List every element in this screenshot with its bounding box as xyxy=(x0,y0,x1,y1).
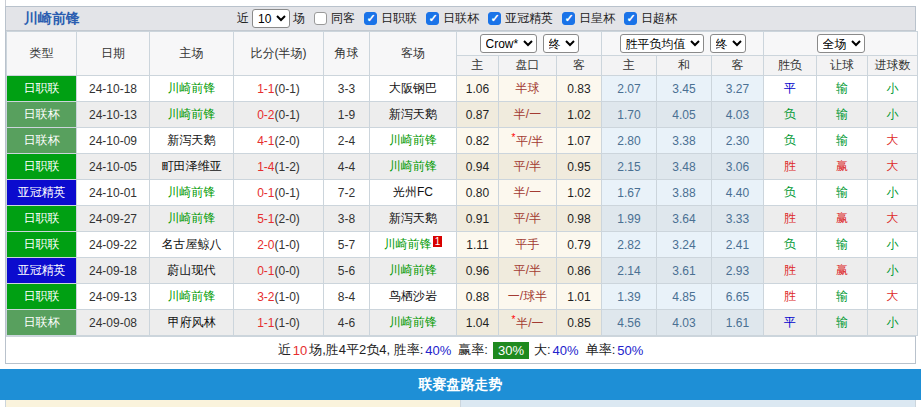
cell-score: 0-1(0-0) xyxy=(234,258,324,284)
cell-avg-home: 1.70 xyxy=(602,102,657,128)
cell-home-team: 川崎前锋 xyxy=(150,284,234,310)
half-time-score: (2-0) xyxy=(275,212,300,226)
sub-header-handicap: 盘口 xyxy=(499,56,557,76)
cell-handicap: 平/半 xyxy=(499,258,557,284)
cell-avg-home: 2.14 xyxy=(602,258,657,284)
cell-avg-home: 4.56 xyxy=(602,310,657,336)
league-handicap-trend-button[interactable]: 联赛盘路走势 xyxy=(0,369,921,400)
cell-goals-result: 小 xyxy=(868,310,918,336)
cell-avg-home: 2.80 xyxy=(602,128,657,154)
cell-handicap: 一/球半 xyxy=(499,284,557,310)
odds-time-select[interactable]: 终 xyxy=(543,34,579,53)
cell-handicap-result: 输 xyxy=(817,102,868,128)
match-history-panel: 川崎前锋 近 10 场 同客 日职联 日联杯 亚冠精英 日皇杯 日超杯 xyxy=(5,6,916,364)
same-away-checkbox[interactable] xyxy=(314,12,327,25)
cell-handicap-result: 输 xyxy=(817,128,868,154)
table-row: 亚冠精英 24-09-18 蔚山现代 0-1(0-0) 5-6 川崎前锋 0.9… xyxy=(7,258,918,284)
cell-handicap: *平/半 xyxy=(499,128,557,154)
cell-goals-result: 小 xyxy=(868,180,918,206)
cell-avg-home: 1.67 xyxy=(602,180,657,206)
cell-avg-away: 4.03 xyxy=(712,102,764,128)
table-row: 日职联 24-10-18 川崎前锋 1-1(0-1) 3-3 大阪钢巴 1.06… xyxy=(7,76,918,102)
cell-handicap-result: 输 xyxy=(817,76,868,102)
cell-avg-away: 3.06 xyxy=(712,154,764,180)
cell-handicap: *半/一 xyxy=(499,310,557,336)
page-title: 川崎前锋 xyxy=(24,10,80,28)
table-row: 日职联 24-10-05 町田泽维亚 1-4(1-2) 4-4 川崎前锋 0.9… xyxy=(7,154,918,180)
cell-away-odds: 1.01 xyxy=(557,284,602,310)
cell-corners: 3-3 xyxy=(324,76,370,102)
odds-company-select[interactable]: Crow* xyxy=(480,34,537,53)
handicap-line: 平/半 xyxy=(514,211,541,225)
full-time-score: 0-1 xyxy=(257,264,274,278)
league-checkbox-emperor[interactable] xyxy=(562,12,575,25)
league-checkbox-jcup[interactable] xyxy=(426,12,439,25)
avg-time-select[interactable]: 终 xyxy=(710,34,746,53)
cell-corners: 5-7 xyxy=(324,232,370,258)
cell-score: 0-2(0-1) xyxy=(234,102,324,128)
table-row: 日联杯 24-09-08 甲府风林 1-1(1-0) 4-6 川崎前锋 1.04… xyxy=(7,310,918,336)
cell-avg-away: 6.65 xyxy=(712,284,764,310)
league-checkbox-jleague[interactable] xyxy=(364,12,377,25)
cell-avg-draw: 3.61 xyxy=(657,258,712,284)
cell-score: 0-1(0-1) xyxy=(234,180,324,206)
full-time-score: 2-0 xyxy=(257,238,274,252)
scope-select[interactable]: 全场 xyxy=(817,34,865,53)
avg-odds-select[interactable]: 胜平负均值 xyxy=(620,34,704,53)
cell-score: 1-1(0-1) xyxy=(234,76,324,102)
full-time-score: 1-1 xyxy=(257,82,274,96)
cell-away-team: 川崎前锋1 xyxy=(370,232,457,258)
league-checkbox-acl[interactable] xyxy=(488,12,501,25)
cell-result: 负 xyxy=(764,102,817,128)
summary-big-label: 大: xyxy=(534,341,551,359)
cell-goals-result: 小 xyxy=(868,232,918,258)
near-count-select[interactable]: 10 xyxy=(252,9,290,28)
cell-avg-home: 2.07 xyxy=(602,76,657,102)
cell-avg-away: 2.93 xyxy=(712,258,764,284)
league-label-acl: 亚冠精英 xyxy=(505,10,553,27)
red-card-badge: 1 xyxy=(433,236,443,247)
cell-home-team: 蔚山现代 xyxy=(150,258,234,284)
col-header-date: 日期 xyxy=(77,32,150,76)
cell-corners: 8-4 xyxy=(324,284,370,310)
sub-header-away-odds: 客 xyxy=(557,56,602,76)
cell-home-odds: 0.88 xyxy=(457,284,499,310)
cell-away-team: 大阪钢巴 xyxy=(370,76,457,102)
league-checkbox-super[interactable] xyxy=(624,12,637,25)
cell-corners: 5-6 xyxy=(324,258,370,284)
sub-header-avg-away: 客 xyxy=(712,56,764,76)
cell-avg-draw: 3.88 xyxy=(657,180,712,206)
cell-result: 胜 xyxy=(764,284,817,310)
cell-date: 24-10-01 xyxy=(77,180,150,206)
handicap-change-star: * xyxy=(511,132,515,143)
cell-corners: 2-4 xyxy=(324,128,370,154)
cell-date: 24-10-05 xyxy=(77,154,150,180)
cell-away-team: 新泻天鹅 xyxy=(370,102,457,128)
table-row: 日职联 24-09-27 川崎前锋 5-1(2-0) 3-8 新泻天鹅 0.91… xyxy=(7,206,918,232)
cell-result: 负 xyxy=(764,128,817,154)
cell-away-odds: 1.02 xyxy=(557,102,602,128)
table-row: 日联杯 24-10-09 新泻天鹅 4-1(2-0) 2-4 川崎前锋 0.82… xyxy=(7,128,918,154)
summary-row: 近10场,胜4平2负4, 胜率:40%赢率:30%大:40%单率:50% xyxy=(6,336,915,363)
sub-header-avg-home: 主 xyxy=(602,56,657,76)
table-row: 日联杯 24-10-13 川崎前锋 0-2(0-1) 1-9 新泻天鹅 0.87… xyxy=(7,102,918,128)
cell-corners: 4-6 xyxy=(324,310,370,336)
full-time-score: 5-1 xyxy=(257,212,274,226)
cell-away-team: 鸟栖沙岩 xyxy=(370,284,457,310)
cell-date: 24-09-08 xyxy=(77,310,150,336)
cell-away-team: 光州FC xyxy=(370,180,457,206)
cell-home-odds: 0.87 xyxy=(457,102,499,128)
half-time-score: (0-0) xyxy=(275,264,300,278)
league-label-jcup: 日联杯 xyxy=(443,10,479,27)
away-team-name: 川崎前锋 xyxy=(389,315,437,329)
cell-date: 24-09-22 xyxy=(77,232,150,258)
full-time-score: 4-1 xyxy=(257,134,274,148)
cell-handicap-result: 赢 xyxy=(817,154,868,180)
cell-away-odds: 0.98 xyxy=(557,206,602,232)
cell-avg-away: 1.61 xyxy=(712,310,764,336)
cell-goals-result: 大 xyxy=(868,206,918,232)
scope-select-group: 全场 xyxy=(764,32,918,56)
cell-corners: 4-4 xyxy=(324,154,370,180)
cell-goals-result: 小 xyxy=(868,76,918,102)
cell-away-team: 川崎前锋 xyxy=(370,154,457,180)
